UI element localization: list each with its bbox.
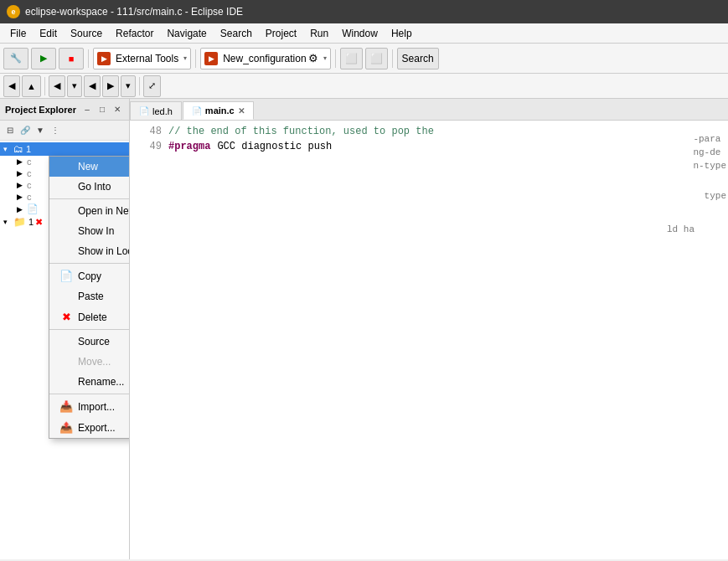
filter-icon[interactable]: ▼ [34, 124, 47, 137]
right-text-1: -para [693, 132, 726, 146]
ctx-import[interactable]: 📥 Import... [49, 396, 130, 417]
code-line-49: 49 #pragma GCC diagnostic push [137, 139, 721, 154]
close-panel-btn[interactable]: ✕ [111, 103, 124, 116]
ctx-showin-label: Show In [78, 225, 130, 237]
ctx-paste[interactable]: Paste Ctrl+V [49, 286, 130, 306]
nav-left-icon: ⬜ [345, 53, 358, 64]
line-number-48: 48 [137, 124, 162, 139]
run-icon: ▶ [36, 51, 51, 66]
tab-mainc[interactable]: 📄 main.c ✕ [183, 101, 254, 120]
ctx-gointo-label: Go Into [78, 181, 130, 193]
ctx-gointo[interactable]: Go Into [49, 177, 130, 197]
ctx-source[interactable]: Source ▶ [49, 332, 130, 352]
nav5-btn[interactable]: ▾ [121, 75, 136, 97]
run-btn[interactable]: ▶ [31, 48, 56, 69]
ctx-showlocal[interactable]: Show in Local Terminal ▶ [49, 241, 130, 261]
folder-icon: 🗂 [13, 143, 23, 155]
tree-item-111[interactable]: ▾ 🗂 1 [0, 142, 129, 156]
tab-ledh[interactable]: 📄 led.h [130, 101, 182, 120]
main-toolbar: 🔧 ▶ ■ ▶ External Tools ▾ ▶ New_configura… [0, 44, 728, 74]
tab-mainc-close[interactable]: ✕ [238, 106, 245, 116]
separator-3 [335, 49, 336, 68]
tree-item-label-sub4: c [27, 192, 32, 202]
nav-btn-2[interactable]: ⬜ [365, 48, 388, 69]
ctx-import-label: Import... [78, 401, 130, 413]
ctx-export[interactable]: 📤 Export... [49, 417, 130, 438]
fwd-btn[interactable]: ◀ [49, 75, 65, 97]
ctx-new[interactable]: New ▶ [49, 157, 130, 177]
ctx-sep2 [49, 263, 130, 264]
ctx-openwindow[interactable]: Open in New Window [49, 201, 130, 221]
ctx-delete[interactable]: ✖ Delete Delete [49, 306, 130, 327]
project-explorer-panel: Project Explorer – □ ✕ ⊟ 🔗 ▼ ⋮ ▾ 🗂 1 ▶ c [0, 99, 130, 559]
view-menu-icon[interactable]: ⋮ [49, 124, 62, 137]
ctx-new-label: New [78, 161, 130, 172]
ctx-rename[interactable]: Rename... F2 [49, 372, 130, 392]
tab-mainc-label: main.c [205, 106, 235, 116]
minimize-panel-btn[interactable]: – [80, 103, 94, 116]
nav4-btn[interactable]: ▶ [102, 75, 119, 97]
nav-btn-1[interactable]: ⬜ [340, 48, 363, 69]
menu-help[interactable]: Help [385, 26, 419, 41]
code-pragma-49: #pragma [168, 139, 210, 154]
status-text: ld ha [667, 224, 694, 234]
code-comment-48: // the end of this function, used to pop… [168, 124, 434, 139]
menu-run[interactable]: Run [303, 26, 335, 41]
tree-item-label: 1 [26, 144, 31, 154]
eclipse-icon: e [7, 5, 20, 18]
menu-edit[interactable]: Edit [33, 26, 64, 41]
stop-btn[interactable]: ■ [59, 48, 84, 69]
link-icon[interactable]: 🔗 [18, 124, 32, 137]
code-rest-49: GCC diagnostic push [217, 139, 332, 154]
window-title: eclipse-workspace - 111/src/main.c - Ecl… [25, 6, 243, 18]
tree-arrow-sub2: ▶ [17, 169, 25, 178]
external-tools-label: External Tools [116, 53, 178, 64]
panel-icon-group: – □ ✕ [80, 103, 124, 116]
ctx-export-label: Export... [78, 422, 130, 434]
back-btn[interactable]: ◀ [3, 75, 20, 97]
ctx-copy[interactable]: 📄 Copy Ctrl+C [49, 265, 130, 286]
search-btn[interactable]: Search [397, 48, 439, 69]
tab-ledh-label: led.h [152, 106, 173, 116]
menu-navigate[interactable]: Navigate [160, 26, 213, 41]
external-tools-icon: ▶ [97, 52, 111, 65]
separator-2 [195, 49, 196, 68]
tree-arrow-sub3: ▶ [17, 181, 25, 189]
up-btn[interactable]: ▲ [22, 75, 41, 97]
separator-1 [88, 49, 89, 68]
expand-btn[interactable]: ⤢ [143, 75, 161, 97]
menu-window[interactable]: Window [335, 26, 385, 41]
menu-project[interactable]: Project [259, 26, 303, 41]
new-configuration-dropdown[interactable]: ▶ New_configuration ⚙ ▾ [200, 48, 330, 69]
tools-btn[interactable]: 🔧 [3, 48, 28, 69]
new-configuration-arrow: ▾ [323, 54, 327, 62]
ctx-rename-label: Rename... [78, 376, 130, 388]
ctx-move-label: Move... [78, 356, 130, 368]
external-tools-dropdown[interactable]: ▶ External Tools ▾ [93, 48, 191, 69]
sep-t2-2 [139, 77, 140, 95]
ctx-showin[interactable]: Show In Alt+Shift+W ▶ [49, 221, 130, 241]
menu-source[interactable]: Source [64, 26, 109, 41]
main-area: Project Explorer – □ ✕ ⊟ 🔗 ▼ ⋮ ▾ 🗂 1 ▶ c [0, 99, 728, 559]
ctx-paste-label: Paste [78, 291, 130, 302]
wrench-icon: 🔧 [8, 51, 23, 66]
nav3-btn[interactable]: ◀ [84, 75, 101, 97]
new-configuration-label: New_configuration [223, 53, 306, 64]
tree-item-label-sub1: c [27, 157, 32, 167]
ctx-delete-icon: ✖ [58, 311, 75, 323]
menu-search[interactable]: Search [214, 26, 259, 41]
ctx-sep1 [49, 198, 130, 199]
right-text-2: ng-de [693, 146, 726, 159]
maximize-panel-btn[interactable]: □ [96, 103, 109, 116]
ctx-sep3 [49, 329, 130, 330]
menu-refactor[interactable]: Refactor [109, 26, 160, 41]
editor-area: 📄 led.h 📄 main.c ✕ 48 // the end of this… [130, 99, 728, 559]
menu-file[interactable]: File [3, 26, 33, 41]
collapse-all-icon[interactable]: ⊟ [3, 124, 17, 137]
sep-t2-1 [44, 77, 45, 95]
context-menu: New ▶ Go Into Open in New Window Show In… [49, 156, 130, 439]
search-label: Search [402, 53, 434, 64]
tree-arrow-sub5: ▶ [17, 205, 25, 214]
history-btn[interactable]: ▾ [67, 75, 82, 97]
ctx-move: Move... [49, 352, 130, 372]
